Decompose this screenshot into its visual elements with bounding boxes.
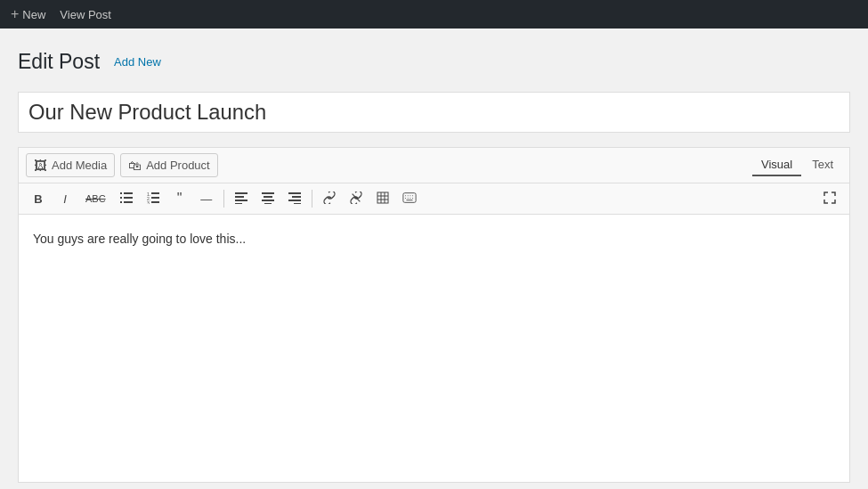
editor-text: You guys are really going to love this..… <box>33 229 835 249</box>
italic-icon: I <box>63 192 67 206</box>
svg-rect-7 <box>151 192 159 194</box>
product-icon: 🛍 <box>128 158 142 173</box>
add-media-label: Add Media <box>52 159 107 172</box>
svg-rect-12 <box>235 192 247 194</box>
unlink-button[interactable] <box>344 187 369 210</box>
unlink-icon <box>350 192 362 207</box>
unordered-list-button[interactable] <box>114 187 139 210</box>
admin-bar: + New View Post <box>0 0 868 29</box>
new-menu[interactable]: + New <box>11 6 45 22</box>
view-post-link[interactable]: View Post <box>60 8 111 21</box>
svg-text:3.: 3. <box>147 200 150 204</box>
align-right-icon <box>288 192 301 207</box>
format-toolbar: B I ABC 1.2.3. <box>19 183 849 215</box>
bold-button[interactable]: B <box>26 187 51 210</box>
add-product-button[interactable]: 🛍 Add Product <box>120 153 218 177</box>
new-label[interactable]: New <box>22 8 45 21</box>
main-content: Edit Post Add New 🖼 Add Media 🛍 Add Prod… <box>0 29 868 489</box>
svg-rect-21 <box>292 196 301 198</box>
media-icon: 🖼 <box>34 158 47 173</box>
svg-rect-30 <box>403 192 416 202</box>
toolbar-separator-2 <box>312 190 312 208</box>
post-title-input[interactable] <box>18 92 850 133</box>
add-media-button[interactable]: 🖼 Add Media <box>26 153 115 177</box>
hr-icon: — <box>200 192 212 206</box>
strikethrough-button[interactable]: ABC <box>79 187 112 210</box>
editor-wrap: 🖼 Add Media 🛍 Add Product Visual Text B <box>18 147 850 483</box>
svg-rect-14 <box>235 200 247 201</box>
add-new-link[interactable]: Add New <box>114 55 161 69</box>
tab-text[interactable]: Text <box>803 154 842 176</box>
svg-rect-3 <box>124 197 133 199</box>
align-right-button[interactable] <box>282 187 307 210</box>
svg-rect-18 <box>262 200 274 201</box>
align-left-button[interactable] <box>229 187 254 210</box>
svg-rect-16 <box>262 192 274 194</box>
svg-rect-9 <box>151 197 159 199</box>
bold-icon: B <box>34 192 42 206</box>
table-icon <box>377 192 389 207</box>
ul-icon <box>120 192 133 207</box>
toolbar-separator-1 <box>223 190 224 208</box>
view-tabs: Visual Text <box>752 154 842 176</box>
fullscreen-button[interactable] <box>817 187 842 210</box>
special-chars-button[interactable] <box>397 187 422 210</box>
format-buttons: B I ABC 1.2.3. <box>26 187 422 210</box>
svg-rect-22 <box>288 200 301 201</box>
svg-rect-5 <box>124 201 133 203</box>
svg-rect-2 <box>120 197 122 199</box>
svg-rect-13 <box>235 196 244 198</box>
table-button[interactable] <box>370 187 395 210</box>
editor-content[interactable]: You guys are really going to love this..… <box>19 215 849 482</box>
link-button[interactable] <box>317 187 342 210</box>
align-center-button[interactable] <box>256 187 280 210</box>
strikethrough-icon: ABC <box>85 193 106 204</box>
svg-rect-25 <box>377 192 388 203</box>
editor-toolbar-top: 🖼 Add Media 🛍 Add Product Visual Text <box>19 148 849 183</box>
svg-rect-23 <box>294 203 301 204</box>
svg-rect-19 <box>264 203 272 204</box>
toolbar-left: 🖼 Add Media 🛍 Add Product <box>26 153 218 177</box>
hr-button[interactable]: — <box>194 187 219 210</box>
plus-icon: + <box>11 6 19 22</box>
svg-rect-20 <box>288 192 301 194</box>
ol-icon: 1.2.3. <box>147 192 159 207</box>
page-title: Edit Post <box>18 50 100 74</box>
link-icon <box>323 192 336 207</box>
svg-rect-11 <box>151 201 159 203</box>
align-center-icon <box>262 192 274 207</box>
align-left-icon <box>235 192 247 207</box>
italic-button[interactable]: I <box>53 187 77 210</box>
svg-rect-15 <box>235 203 242 204</box>
svg-rect-1 <box>124 192 133 194</box>
svg-rect-4 <box>120 201 122 203</box>
page-header: Edit Post Add New <box>18 50 850 74</box>
ordered-list-button[interactable]: 1.2.3. <box>141 187 166 210</box>
svg-rect-0 <box>120 192 122 194</box>
tab-visual[interactable]: Visual <box>752 154 801 176</box>
fullscreen-icon <box>823 192 836 207</box>
add-product-label: Add Product <box>146 159 210 172</box>
svg-rect-17 <box>264 196 272 198</box>
blockquote-icon: " <box>177 191 183 207</box>
keyboard-icon <box>402 192 417 207</box>
blockquote-button[interactable]: " <box>167 187 192 210</box>
